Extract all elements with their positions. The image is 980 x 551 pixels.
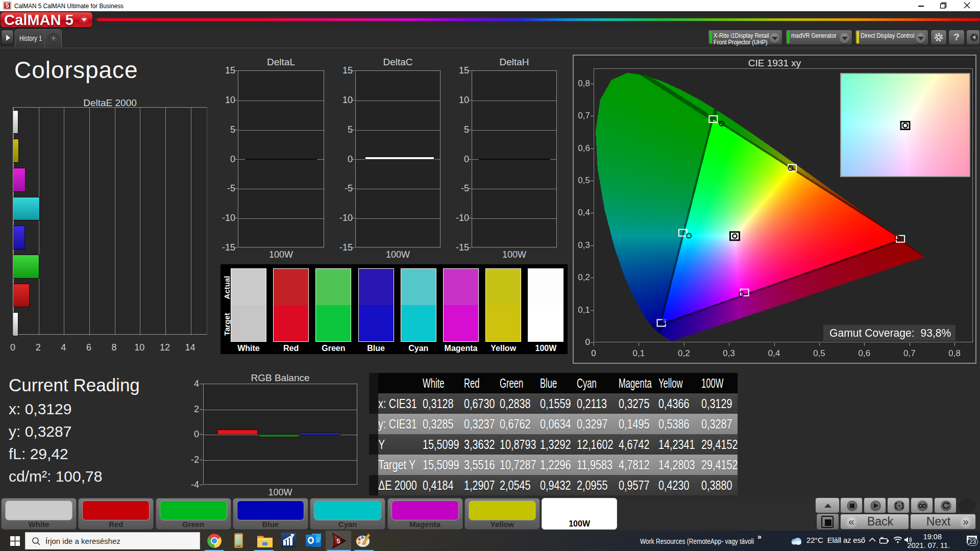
svg-text:5: 5 [336,537,340,545]
